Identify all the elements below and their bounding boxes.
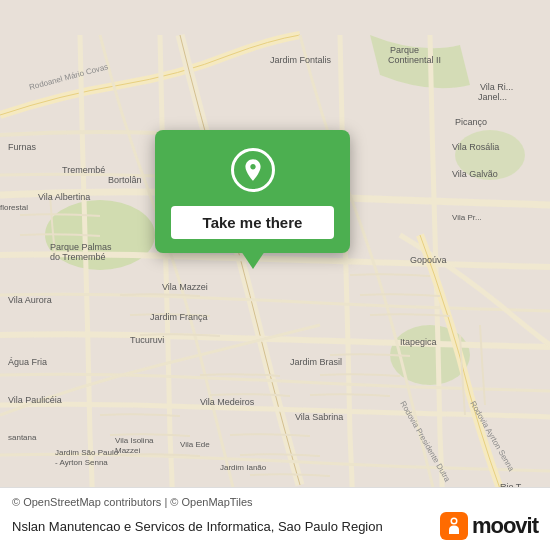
- svg-text:Vila Galvão: Vila Galvão: [452, 169, 498, 179]
- svg-text:do Tremembé: do Tremembé: [50, 252, 106, 262]
- svg-text:Vila Medeiros: Vila Medeiros: [200, 397, 255, 407]
- business-row: Nslan Manutencao e Servicos de Informati…: [12, 512, 538, 540]
- svg-text:Água Fria: Água Fria: [8, 357, 47, 367]
- svg-text:Jardim Brasil: Jardim Brasil: [290, 357, 342, 367]
- svg-text:Vila Sabrina: Vila Sabrina: [295, 412, 343, 422]
- svg-text:Vila Pr...: Vila Pr...: [452, 213, 482, 222]
- map-container[interactable]: Parque Continental II Jardim Fontalis Vi…: [0, 0, 550, 550]
- svg-text:- Ayrton Senna: - Ayrton Senna: [55, 458, 108, 467]
- svg-text:Parque: Parque: [390, 45, 419, 55]
- location-popup: Take me there: [155, 130, 350, 253]
- svg-text:Janel...: Janel...: [478, 92, 507, 102]
- svg-text:Vila Mazzei: Vila Mazzei: [162, 282, 208, 292]
- moovit-logo: moovit: [440, 512, 538, 540]
- svg-text:Jardim Fontalis: Jardim Fontalis: [270, 55, 332, 65]
- svg-text:Vila Ri...: Vila Ri...: [480, 82, 513, 92]
- svg-text:Jardim Ianão: Jardim Ianão: [220, 463, 267, 472]
- moovit-brand-text: moovit: [472, 513, 538, 539]
- map-attribution: © OpenStreetMap contributors | © OpenMap…: [12, 496, 538, 508]
- svg-text:Gopoúva: Gopoúva: [410, 255, 447, 265]
- svg-text:Continental II: Continental II: [388, 55, 441, 65]
- svg-text:Vila Isolina: Vila Isolina: [115, 436, 154, 445]
- svg-text:Vila Paulicéia: Vila Paulicéia: [8, 395, 62, 405]
- take-me-there-button[interactable]: Take me there: [171, 206, 334, 239]
- svg-point-44: [452, 519, 456, 523]
- svg-text:Itapegica: Itapegica: [400, 337, 437, 347]
- map-svg: Parque Continental II Jardim Fontalis Vi…: [0, 0, 550, 550]
- svg-text:Parque Palmas: Parque Palmas: [50, 242, 112, 252]
- svg-text:Picanço: Picanço: [455, 117, 487, 127]
- svg-text:Tucuruvi: Tucuruvi: [130, 335, 164, 345]
- svg-text:Vila Ede: Vila Ede: [180, 440, 210, 449]
- svg-text:Vila Aurora: Vila Aurora: [8, 295, 52, 305]
- bottom-bar: © OpenStreetMap contributors | © OpenMap…: [0, 487, 550, 550]
- pin-icon-container: [231, 148, 275, 192]
- svg-text:Furnas: Furnas: [8, 142, 37, 152]
- svg-text:Bortolân: Bortolân: [108, 175, 142, 185]
- business-name: Nslan Manutencao e Servicos de Informati…: [12, 519, 430, 534]
- svg-text:Mazzei: Mazzei: [115, 446, 141, 455]
- svg-text:Vila Albertina: Vila Albertina: [38, 192, 90, 202]
- svg-text:santana: santana: [8, 433, 37, 442]
- svg-text:Jardim São Paulo: Jardim São Paulo: [55, 448, 119, 457]
- svg-text:Tremembé: Tremembé: [62, 165, 105, 175]
- svg-text:florestal: florestal: [0, 203, 28, 212]
- popup-tail: [241, 251, 265, 269]
- location-pin-icon: [240, 157, 266, 183]
- moovit-icon: [440, 512, 468, 540]
- svg-text:Vila Rosália: Vila Rosália: [452, 142, 499, 152]
- svg-text:Jardim França: Jardim França: [150, 312, 208, 322]
